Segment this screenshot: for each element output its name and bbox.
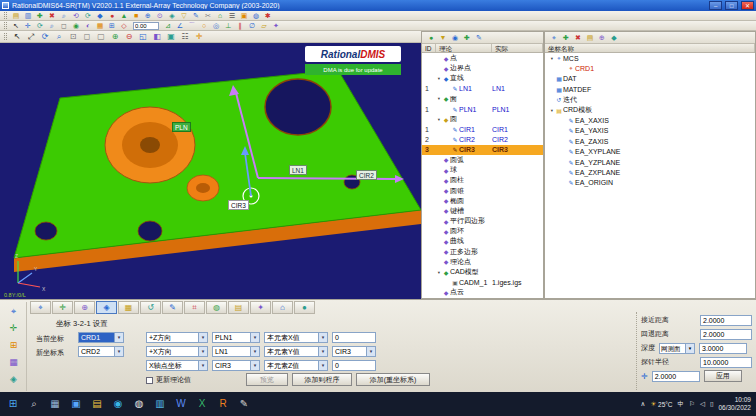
store-icon[interactable]: ▥ <box>152 396 168 412</box>
toolbar-icon[interactable]: ⌕ <box>47 21 58 30</box>
toolbar-icon[interactable]: ■ <box>131 11 142 20</box>
toolbar-icon[interactable]: ⌒ <box>187 21 198 30</box>
notepad-icon[interactable]: ✎ <box>236 396 252 412</box>
view-tool-icon[interactable]: ◻ <box>81 31 94 42</box>
add-to-program-button[interactable]: 添加到程序 <box>292 373 352 386</box>
panel-tool-icon[interactable]: ⌖ <box>549 33 560 43</box>
coordinate-row[interactable]: ✎ EA_ZAXIS <box>545 136 755 146</box>
panel-tool-icon[interactable]: ▼ <box>438 33 449 43</box>
battery-icon[interactable]: ▯ <box>710 400 714 408</box>
setup-tab[interactable]: ✎ <box>162 301 183 314</box>
coordinate-row[interactable]: ▾ ▤ CRD模板 <box>545 105 755 115</box>
coordinate-row[interactable]: ↺ 迭代 <box>545 95 755 105</box>
toolbar-icon[interactable]: ✎ <box>191 11 202 20</box>
setup-tab[interactable]: ▦ <box>118 301 139 314</box>
toolbar-grip[interactable] <box>4 33 7 41</box>
view-tool-icon[interactable]: ▣ <box>165 31 178 42</box>
preview-button[interactable]: 预览 <box>246 373 288 386</box>
apply-button[interactable]: 应用 <box>704 370 742 382</box>
depth-mode-combo[interactable]: 网测面 <box>659 343 695 354</box>
element-row[interactable]: ▾ ◆ 圆 <box>422 114 543 124</box>
excel-icon[interactable]: X <box>194 396 210 412</box>
toolbar-icon[interactable]: ✱ <box>263 11 274 20</box>
element-row[interactable]: ◆ 曲线 <box>422 236 543 246</box>
update-theory-checkbox[interactable]: 更新理论值 <box>146 375 191 385</box>
toolbar-grip[interactable] <box>4 12 7 18</box>
coordinate-row[interactable]: ▦ MATDEF <box>545 84 755 94</box>
coordinate-row[interactable]: ✎ EA_ORIGIN <box>545 178 755 188</box>
element-row[interactable]: ◆ 正多边形 <box>422 247 543 257</box>
word-icon[interactable]: W <box>173 396 189 412</box>
toolbar-icon[interactable]: ⟳ <box>83 11 94 20</box>
view-tool-icon[interactable]: ⊖ <box>123 31 136 42</box>
setup-tool-icon[interactable]: ⌖ <box>6 304 22 318</box>
toolbar-icon[interactable]: ◉ <box>71 21 82 30</box>
element-row[interactable]: ◆ 圆弧 <box>422 155 543 165</box>
setup-tool-icon[interactable]: ⊞ <box>6 338 22 352</box>
toolbar-icon[interactable]: ⊕ <box>143 11 154 20</box>
coordinate-row[interactable]: ▾ ⌖ MCS <box>545 53 755 63</box>
setup-tool-icon[interactable]: ✛ <box>6 321 22 335</box>
edge-icon[interactable]: ◉ <box>110 396 126 412</box>
setup-tab[interactable]: ⌗ <box>184 301 205 314</box>
setup-tab[interactable]: ◍ <box>206 301 227 314</box>
toolbar-icon[interactable]: ◎ <box>211 21 222 30</box>
toolbar-icon[interactable]: ⊞ <box>107 21 118 30</box>
view-tool-icon[interactable]: ⊕ <box>109 31 122 42</box>
setup-tab[interactable]: ◈ <box>96 301 117 314</box>
toolbar-icon[interactable]: ⌂ <box>215 11 226 20</box>
setup-tool-icon[interactable]: ▦ <box>6 355 22 369</box>
coordinate-row[interactable]: ✎ EA_XAXIS <box>545 115 755 125</box>
toolbar-icon[interactable]: ▱ <box>259 21 270 30</box>
toolbar-icon[interactable]: ✂ <box>203 11 214 20</box>
toolbar-icon[interactable]: ▥ <box>23 11 34 20</box>
toolbar-icon[interactable]: ✛ <box>23 21 34 30</box>
element-row[interactable]: ◆ 平行四边形 <box>422 216 543 226</box>
new-coord-combo[interactable]: CRD2 <box>78 346 124 357</box>
value-field[interactable]: 0 <box>332 360 376 371</box>
element-row[interactable]: ◆ 圆柱 <box>422 175 543 185</box>
direction-combo[interactable]: +X方向 <box>146 346 208 357</box>
element-row[interactable]: ◆ 点云 <box>422 287 543 297</box>
element-row[interactable]: 1 ✎ CIR1 CIR1 <box>422 124 543 134</box>
element-row[interactable]: 1 ✎ LN1 LN1 <box>422 84 543 94</box>
element-row[interactable]: 2 ✎ CIR2 CIR2 <box>422 135 543 145</box>
coordinate-row[interactable]: ✎ EA_ZXPLANE <box>545 167 755 177</box>
volume-icon[interactable]: ◁ <box>700 400 705 408</box>
element-row[interactable]: ◆ 球 <box>422 165 543 175</box>
approach-value[interactable]: 2.0000 <box>700 315 752 326</box>
close-button[interactable]: ✕ <box>741 1 754 10</box>
element-combo[interactable]: CIR3 <box>212 360 260 371</box>
element-row[interactable]: ▾ ◆ CAD模型 <box>422 267 543 277</box>
coordinate-row[interactable]: ⌖ CRD1 <box>545 63 755 73</box>
panel-tool-icon[interactable]: ◆ <box>609 33 620 43</box>
value-mode-combo[interactable]: 本元素X值 <box>264 332 328 343</box>
ime-language-indicator[interactable]: 中 <box>678 400 685 409</box>
coordinate-row[interactable]: ✎ EA_XYPLANE <box>545 147 755 157</box>
toolbar-icon[interactable]: ▤ <box>11 11 22 20</box>
toolbar-icon[interactable]: ↖ <box>11 21 22 30</box>
view-tool-icon[interactable]: ✛ <box>193 31 206 42</box>
toolbar-icon[interactable]: ▦ <box>95 21 106 30</box>
panel-tool-icon[interactable]: ▤ <box>585 33 596 43</box>
toolbar-icon[interactable]: ✦ <box>271 21 282 30</box>
column-actual[interactable]: 实际 <box>492 44 543 52</box>
start-button[interactable]: ⊞ <box>5 396 21 412</box>
toolbar-icon[interactable]: ∠ <box>175 21 186 30</box>
element-combo[interactable]: PLN1 <box>212 332 260 343</box>
setup-tab[interactable]: ● <box>294 301 315 314</box>
coordinate-row[interactable]: ▦ DAT <box>545 74 755 84</box>
view-tool-icon[interactable]: ↖ <box>11 31 24 42</box>
setup-tab[interactable]: ▤ <box>228 301 249 314</box>
file-explorer-icon[interactable]: ▤ <box>89 396 105 412</box>
toolbar-icon[interactable]: ∥ <box>235 21 246 30</box>
element-row[interactable]: ◆ 键槽 <box>422 206 543 216</box>
column-id[interactable]: ID <box>422 44 436 52</box>
toolbar-icon[interactable]: ⌕ <box>59 11 70 20</box>
element-row[interactable]: ◆ 边界点 <box>422 63 543 73</box>
probe-radius-value[interactable]: 10.0000 <box>700 357 752 368</box>
element-row[interactable]: ◆ 点 <box>422 53 543 63</box>
element-row[interactable]: ▾ ◆ 面 <box>422 94 543 104</box>
element-row[interactable]: ▾ ◆ 直线 <box>422 73 543 83</box>
toolbar-icon[interactable]: ◐ <box>83 21 94 30</box>
